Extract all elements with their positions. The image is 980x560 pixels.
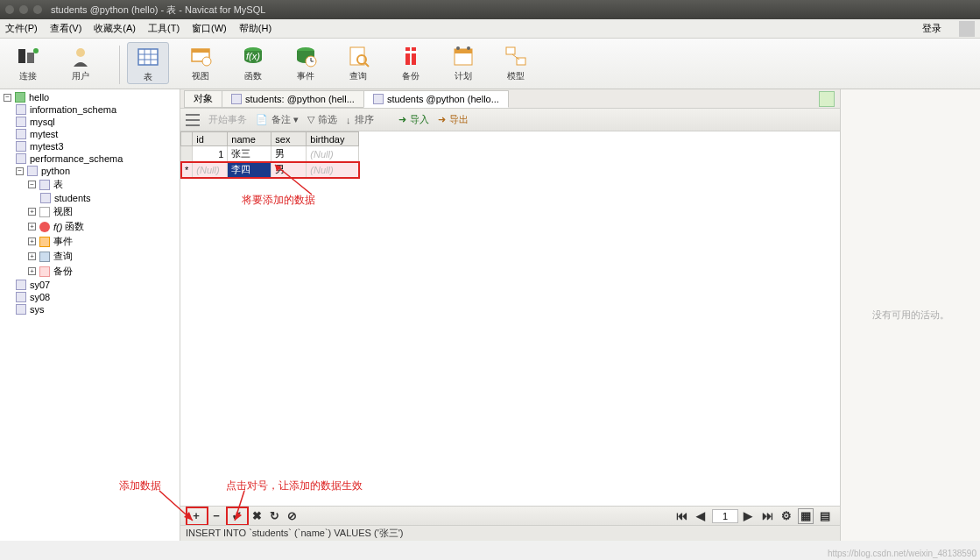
table-row[interactable]: 1 张三 男 (Null) bbox=[181, 146, 359, 162]
db-item[interactable]: sy08 bbox=[0, 291, 180, 303]
grid-toolbar: 开始事务 📄 备注 ▾ ▽ 筛选 ↓ 排序 ➜ 导入 ➜ 导出 bbox=[180, 109, 840, 131]
menu-file[interactable]: 文件(P) bbox=[5, 22, 38, 35]
begin-transaction-button[interactable]: 开始事务 bbox=[208, 113, 247, 126]
svg-rect-10 bbox=[192, 49, 209, 53]
data-grid[interactable]: id name sex birthday 1 张三 男 (Null) * (Nu… bbox=[180, 131, 840, 506]
export-button[interactable]: ➜ 导出 bbox=[438, 113, 469, 126]
first-page-button[interactable]: ⏮ bbox=[673, 508, 689, 524]
col-sex[interactable]: sex bbox=[271, 132, 307, 146]
func-folder-icon bbox=[39, 222, 50, 232]
row-header-corner bbox=[181, 132, 193, 146]
table-row-new[interactable]: * (Null) 李四 男 (Null) bbox=[181, 162, 359, 178]
cell-name-editing[interactable]: 李四 bbox=[228, 162, 271, 178]
tab-students-2[interactable]: students @python (hello... bbox=[363, 90, 509, 108]
cell-birthday[interactable]: (Null) bbox=[307, 146, 359, 162]
cell-birthday[interactable]: (Null) bbox=[307, 162, 359, 178]
db-item[interactable]: sy07 bbox=[0, 279, 180, 291]
annotation-new-data: 将要添加的数据 bbox=[242, 193, 315, 208]
cell-name[interactable]: 张三 bbox=[228, 146, 271, 162]
tb-function[interactable]: f(x) 函数 bbox=[232, 42, 274, 82]
window-title: students @python (hello) - 表 - Navicat f… bbox=[51, 4, 265, 17]
cancel-button[interactable]: ✖ bbox=[249, 508, 264, 524]
tb-user-label: 用户 bbox=[72, 70, 89, 82]
folder-events[interactable]: +事件 bbox=[0, 234, 180, 249]
cell-sex[interactable]: 男 bbox=[271, 162, 307, 178]
cell-sex[interactable]: 男 bbox=[271, 146, 307, 162]
folder-tables[interactable]: −表 bbox=[0, 177, 180, 192]
import-button[interactable]: ➜ 导入 bbox=[398, 113, 429, 126]
menu-view[interactable]: 查看(V) bbox=[50, 22, 82, 35]
apply-button[interactable]: ✔ bbox=[229, 508, 244, 524]
close-icon[interactable] bbox=[5, 5, 14, 14]
db-item[interactable]: mytest bbox=[0, 128, 180, 140]
delete-row-button[interactable]: − bbox=[208, 508, 224, 524]
minimize-icon[interactable] bbox=[19, 5, 28, 14]
col-name[interactable]: name bbox=[228, 132, 271, 146]
folder-queries[interactable]: +查询 bbox=[0, 249, 180, 264]
stop-button[interactable]: ⊘ bbox=[284, 508, 300, 524]
tab-objects[interactable]: 对象 bbox=[184, 90, 222, 108]
hamburger-icon[interactable] bbox=[186, 114, 200, 126]
svg-text:f(x): f(x) bbox=[246, 51, 260, 61]
conn-hello[interactable]: −hello bbox=[0, 91, 180, 103]
tb-model[interactable]: 模型 bbox=[495, 42, 537, 82]
memo-button[interactable]: 📄 备注 ▾ bbox=[256, 113, 299, 126]
status-bar: INSERT INTO `students` (`name`) VALUES (… bbox=[180, 525, 840, 541]
menu-fav[interactable]: 收藏夹(A) bbox=[94, 22, 136, 35]
db-item[interactable]: mysql bbox=[0, 116, 180, 128]
content-area: 对象 students: @python (hell... students @… bbox=[180, 89, 840, 541]
tb-plan-label: 计划 bbox=[455, 70, 472, 82]
cell-id[interactable]: 1 bbox=[193, 146, 228, 162]
tb-connection[interactable]: 连接 bbox=[7, 42, 49, 82]
object-tree[interactable]: −hello information_schema mysql mytest m… bbox=[0, 89, 180, 541]
col-birthday[interactable]: birthday bbox=[307, 132, 359, 146]
settings-icon[interactable]: ⚙ bbox=[779, 508, 794, 524]
table-students[interactable]: students bbox=[0, 192, 180, 204]
avatar-icon[interactable] bbox=[959, 21, 975, 37]
svg-rect-4 bbox=[138, 49, 158, 65]
tb-backup[interactable]: 备份 bbox=[390, 42, 432, 82]
main-toolbar: 连接 用户 表 视图 f(x) 函数 事件 查询 备份 计划 模型 bbox=[0, 39, 980, 89]
refresh-icon[interactable] bbox=[819, 91, 835, 107]
tb-table[interactable]: 表 bbox=[127, 42, 169, 84]
prev-page-button[interactable]: ◀ bbox=[693, 508, 709, 524]
refresh-button[interactable]: ↻ bbox=[266, 508, 282, 524]
login-link[interactable]: 登录 bbox=[922, 22, 941, 35]
page-input[interactable] bbox=[712, 509, 738, 523]
next-page-button[interactable]: ▶ bbox=[740, 508, 756, 524]
menu-help[interactable]: 帮助(H) bbox=[239, 22, 271, 35]
tb-view[interactable]: 视图 bbox=[180, 42, 222, 82]
sort-button[interactable]: ↓ 排序 bbox=[346, 113, 374, 126]
svg-line-30 bbox=[512, 54, 519, 60]
add-row-button[interactable]: + bbox=[188, 508, 204, 524]
cell-id[interactable]: (Null) bbox=[193, 162, 228, 178]
db-item[interactable]: sys bbox=[0, 303, 180, 315]
tab-students-1[interactable]: students: @python (hell... bbox=[222, 90, 364, 108]
folder-functions[interactable]: +f() 函数 bbox=[0, 219, 180, 234]
maximize-icon[interactable] bbox=[33, 5, 42, 14]
schema-icon bbox=[16, 117, 26, 127]
tb-user[interactable]: 用户 bbox=[60, 42, 102, 82]
tb-event[interactable]: 事件 bbox=[285, 42, 327, 82]
menu-tool[interactable]: 工具(T) bbox=[148, 22, 180, 35]
form-view-icon[interactable]: ▤ bbox=[817, 508, 833, 524]
schema-icon bbox=[16, 129, 26, 139]
folder-views[interactable]: +视图 bbox=[0, 204, 180, 219]
tb-plan[interactable]: 计划 bbox=[442, 42, 484, 82]
db-item[interactable]: performance_schema bbox=[0, 152, 180, 165]
last-page-button[interactable]: ⏭ bbox=[759, 508, 775, 524]
db-item[interactable]: information_schema bbox=[0, 103, 180, 116]
grid-view-icon[interactable]: ▦ bbox=[798, 508, 814, 524]
tb-query[interactable]: 查询 bbox=[337, 42, 379, 82]
db-python[interactable]: −python bbox=[0, 165, 180, 177]
grid-table[interactable]: id name sex birthday 1 张三 男 (Null) * (Nu… bbox=[180, 131, 359, 178]
schema-icon bbox=[16, 153, 26, 164]
no-activity-label: 没有可用的活动。 bbox=[872, 308, 949, 322]
db-item[interactable]: mytest3 bbox=[0, 140, 180, 152]
col-id[interactable]: id bbox=[193, 132, 228, 146]
window-controls[interactable] bbox=[5, 5, 42, 14]
watermark: https://blog.csdn.net/weixin_48138590 bbox=[828, 549, 976, 558]
filter-button[interactable]: ▽ 筛选 bbox=[307, 113, 337, 126]
menu-window[interactable]: 窗口(W) bbox=[192, 22, 227, 35]
folder-backups[interactable]: +备份 bbox=[0, 264, 180, 279]
